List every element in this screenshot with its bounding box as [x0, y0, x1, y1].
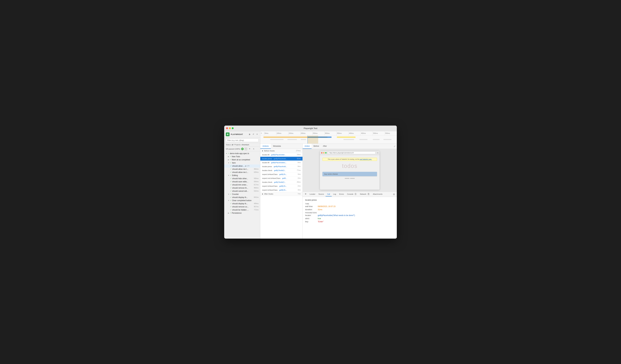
- sidebar-item-editing-4[interactable]: ✓ should remove th... 968ms: [224, 186, 260, 190]
- copy-button[interactable]: ⎘: [252, 147, 255, 150]
- editing-group-label: Editing: [232, 174, 238, 177]
- action-group-after-hooks[interactable]: ▶ After Hooks 7ms: [260, 192, 303, 196]
- file-check-icon: ✓: [228, 152, 229, 154]
- filter-icon-btn[interactable]: 👁: [248, 147, 251, 150]
- timeline-ticks: 50ms 100ms 150ms 200ms 250ms 300ms 350ms…: [264, 131, 397, 135]
- sidebar-item-clear-1[interactable]: ✓ should display th... 499ms: [224, 202, 260, 205]
- action-expect-toHaveClass-2[interactable]: expect.toHaveClass getByTe... 2ms: [260, 184, 303, 188]
- test-file-item[interactable]: ▼ ✓ demo-todo-app.spec.ts: [224, 152, 260, 155]
- action-expect-not-toHaveClass[interactable]: expect.not.toHaveClass getB... 2ms: [260, 176, 303, 180]
- tab-before[interactable]: Before: [311, 144, 321, 149]
- action-method: getByPlaceholder(...: [271, 162, 287, 164]
- action-label: locator.check: [262, 181, 272, 183]
- minimize-button[interactable]: [229, 127, 231, 129]
- content-panels: Actions Metadata ▶ Before Hooks 274ms lo…: [260, 144, 397, 239]
- action-locator-check-1[interactable]: locator.check getByTestId('t... 77ms: [260, 168, 303, 172]
- wall-time-row: wall time: 08/09/2023, 19:37:15: [305, 205, 394, 208]
- play-icon[interactable]: ▶: [245, 165, 246, 167]
- sidebar-item-editing-5[interactable]: ✓ should cancel edi... 532ms: [224, 190, 260, 193]
- sidebar-item-editing-1[interactable]: ✓ should hide other... 930ms: [224, 177, 260, 180]
- wall-time-key: wall time:: [305, 205, 318, 208]
- tick-500ms: 500ms: [373, 131, 385, 135]
- key-val: "Enter": [318, 221, 324, 223]
- todo-footer-dot: [345, 178, 349, 179]
- timeline[interactable]: 0 50ms 100ms 150ms 200ms 250ms 300ms 350…: [260, 131, 397, 144]
- action-method: getByTestId('t...: [274, 181, 286, 183]
- mini-menu-icon: ≡: [377, 152, 378, 154]
- action-expect-toHaveClass-1[interactable]: expect.toHaveClass getByTe... 3ms: [260, 172, 303, 176]
- tab-attachments[interactable]: Attachments: [371, 192, 384, 197]
- sidebar: PLAYWRIGHT ◑ ↺ ✕ Status: all Projects: c…: [224, 131, 260, 239]
- sidebar-item-clear-2[interactable]: ✓ should remove co... 957ms: [224, 205, 260, 208]
- copy-icon[interactable]: ⎘: [247, 165, 248, 167]
- window-title: Playwright Test: [304, 127, 317, 130]
- persistence-group-label: Persistence: [232, 212, 242, 214]
- action-locator-fill-1[interactable]: locator.fill getByPlaceholder... 19ms: [260, 153, 303, 157]
- key-key: key:: [305, 221, 318, 223]
- notice-link[interactable]: real TodoMVC app.: [360, 159, 372, 160]
- action-label: locator.press: [262, 165, 272, 167]
- pass-check-icon: ✓: [230, 162, 231, 164]
- action-locator-fill-2[interactable]: locator.fill getByPlaceholder(... 8ms: [260, 161, 303, 165]
- key-row: key: "Enter": [305, 221, 394, 223]
- sidebar-item-should-allow-2[interactable]: ✓ should allow me t... 956ms: [224, 167, 260, 171]
- eye-icon[interactable]: 👁: [248, 165, 250, 167]
- playwright-logo: [226, 132, 229, 136]
- tab-source[interactable]: Source: [317, 192, 326, 197]
- test-file-label: demo-todo-app.spec.ts: [230, 152, 249, 155]
- sidebar-item-group-clear[interactable]: ▼ ✓ Clear completed button: [224, 199, 260, 202]
- tab-actions[interactable]: Actions: [260, 144, 271, 149]
- tab-console[interactable]: Console 1: [345, 192, 358, 197]
- tab-errors[interactable]: Errors: [338, 192, 345, 197]
- action-duration: 8ms: [298, 162, 301, 163]
- run-all-button[interactable]: ▶: [241, 148, 244, 150]
- refresh-button[interactable]: ↺: [252, 133, 255, 136]
- close-sidebar-button[interactable]: ✕: [256, 133, 259, 136]
- stop-button[interactable]: ■: [245, 148, 247, 150]
- tab-network[interactable]: Network 6: [358, 192, 371, 197]
- split-view-button[interactable]: ⊞: [392, 192, 396, 196]
- sidebar-item-group-counter[interactable]: ▼ ✓ Counter: [224, 193, 260, 196]
- action-expect-toHaveClass-3[interactable]: expect.toHaveClass getByTe... 3ms: [260, 188, 303, 192]
- tab-gear[interactable]: ⚙: [303, 192, 308, 197]
- action-locator-check-2[interactable]: locator.check getByTestId('t... 29ms: [260, 180, 303, 184]
- sidebar-item-counter-1[interactable]: ✓ should display th... 842ms: [224, 196, 260, 199]
- sidebar-item-editing-2[interactable]: ✓ should save edits... 556ms: [224, 180, 260, 183]
- expand-button[interactable]: ⤢: [392, 144, 397, 148]
- tab-log[interactable]: Log: [332, 192, 338, 197]
- tab-locator[interactable]: Locator: [308, 192, 317, 197]
- duration-row: duration: 31ms: [305, 209, 394, 211]
- sidebar-item-should-allow-3[interactable]: ✓ should allow me t... 628ms: [224, 171, 260, 174]
- action-group-before-hooks[interactable]: ▶ Before Hooks 274ms: [260, 149, 303, 153]
- tab-action[interactable]: Action: [303, 144, 311, 149]
- titlebar: Playwright Test: [224, 126, 397, 131]
- sidebar-item-editing-3[interactable]: ✓ should trim enter... 617ms: [224, 183, 260, 186]
- traffic-lights: [226, 127, 234, 129]
- tl-bar-r2-2: [287, 139, 297, 140]
- sidebar-item-group-persistence[interactable]: ▶ ✓ Persistence: [224, 212, 260, 215]
- maximize-button[interactable]: [232, 127, 234, 129]
- mark-all-label: Mark all as completed: [232, 159, 250, 161]
- right-panel: 0 50ms 100ms 150ms 200ms 250ms 300ms 350…: [260, 131, 397, 239]
- sidebar-item-should-allow-1[interactable]: ✓ should allow ... ▶ ⎘ 👁: [224, 165, 260, 167]
- sidebar-item-clear-3[interactable]: ✓ should be hidden ... 772ms: [224, 208, 260, 212]
- tab-call[interactable]: Call: [326, 192, 332, 197]
- sidebar-item-group-editing[interactable]: ▼ ✓ Editing: [224, 174, 260, 177]
- filter-input[interactable]: [226, 139, 259, 142]
- sidebar-item-mark-all[interactable]: ▶ ✓ Mark all as completed: [224, 158, 260, 161]
- mini-url-bar[interactable]: https://demo.playwright.dev/todomvc/#/: [328, 152, 376, 154]
- tab-after[interactable]: After: [321, 144, 329, 149]
- sidebar-item-group-item[interactable]: ▼ ✓ Item: [224, 161, 260, 165]
- editing-2-label: should save edits...: [232, 181, 248, 183]
- action-locator-press-1[interactable]: locator.press getByPlacehold... 31ms: [260, 157, 303, 161]
- theme-toggle-button[interactable]: ◑: [248, 133, 251, 136]
- editing-3-label: should trim enter...: [232, 184, 248, 186]
- close-button[interactable]: [226, 127, 228, 129]
- params-section-label: PARAMETERS: [305, 212, 394, 214]
- sidebar-item-new-todo[interactable]: ▶ ✓ New Todo: [224, 155, 260, 158]
- action-locator-press-2[interactable]: locator.press getByPlacehold... 8ms: [260, 165, 303, 168]
- tab-metadata[interactable]: Metadata: [271, 144, 283, 149]
- console-badge: 1: [354, 193, 357, 195]
- before-hooks-label: Before Hooks: [264, 150, 275, 152]
- action-duration: 31ms: [297, 158, 301, 159]
